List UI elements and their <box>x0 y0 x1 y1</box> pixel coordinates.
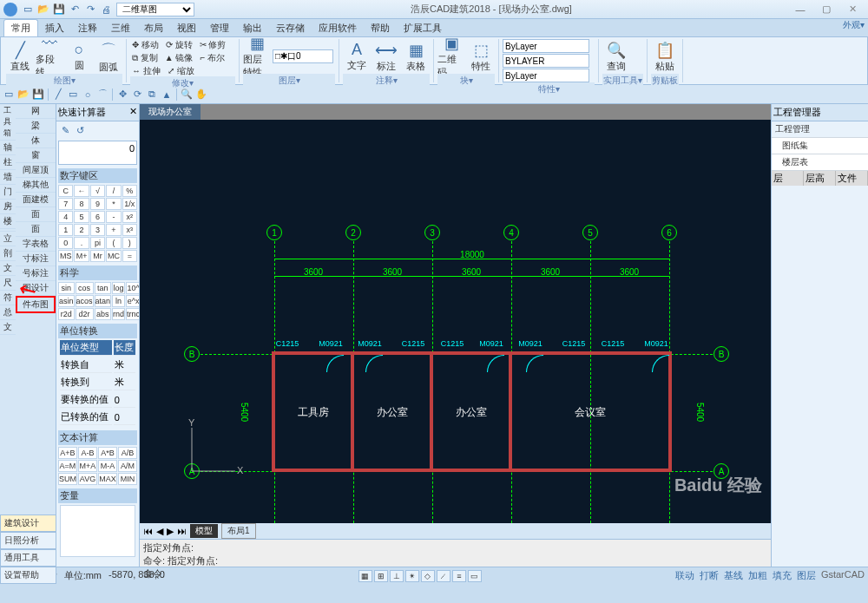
calc-key[interactable]: M+A <box>78 460 97 472</box>
toolbox-item[interactable]: 总 <box>0 305 16 320</box>
calc-key[interactable]: x² <box>122 211 137 223</box>
line-button[interactable]: ╱直线 <box>6 39 34 74</box>
calc-key[interactable]: rnd <box>112 308 125 320</box>
table-button[interactable]: ▦表格 <box>402 39 430 74</box>
toolbox-item[interactable]: 梁 <box>16 119 56 134</box>
calc-key[interactable]: √ <box>90 185 105 197</box>
calc-key[interactable]: A-B <box>78 447 97 459</box>
minimize-icon[interactable]: — <box>788 2 812 17</box>
nav-first-icon[interactable]: ⏮ <box>143 526 153 536</box>
lineweight-select[interactable] <box>503 54 589 68</box>
tab-view[interactable]: 视图 <box>170 20 203 36</box>
qat-new-icon[interactable]: ▭ <box>21 3 35 16</box>
calc-key[interactable]: 2 <box>74 224 89 236</box>
tb-copy-icon[interactable]: ⧉ <box>145 88 159 102</box>
tab-3d[interactable]: 三维 <box>104 20 137 36</box>
calc-key[interactable]: - <box>106 211 121 223</box>
toolbox-item[interactable]: 轴 <box>0 141 16 155</box>
tab-cloud[interactable]: 云存储 <box>269 20 312 36</box>
nav-last-icon[interactable]: ⏭ <box>177 526 187 536</box>
calc-key[interactable]: = <box>122 250 137 262</box>
calc-key[interactable]: MIN <box>118 473 137 485</box>
rotate-button[interactable]: ⟳ 旋转 <box>164 39 194 50</box>
calc-key[interactable]: 3 <box>90 224 105 236</box>
tb-circle-icon[interactable]: ○ <box>81 88 95 102</box>
calc-key[interactable]: A=M <box>58 460 77 472</box>
nav-next-icon[interactable]: ▶ <box>167 526 174 537</box>
calc-key[interactable]: 1 <box>58 224 73 236</box>
calc-key[interactable]: Mr <box>90 250 105 262</box>
status-fill[interactable]: 填充 <box>773 569 792 582</box>
calc-key[interactable]: A/B <box>118 447 137 459</box>
move-button[interactable]: ✥ 移动 <box>130 39 161 50</box>
appearance-link[interactable]: 外观▾ <box>843 19 865 31</box>
calc-key[interactable]: 1/x <box>122 198 137 210</box>
toolbox-item[interactable]: 房 <box>0 200 16 214</box>
calc-key[interactable]: atan <box>95 295 112 307</box>
tab-app[interactable]: 应用软件 <box>312 20 364 36</box>
qat-print-icon[interactable]: 🖨 <box>99 3 113 16</box>
doc-tab-active[interactable]: 现场办公室 <box>140 104 201 120</box>
calc-key[interactable]: d2r <box>76 308 94 320</box>
tb-save-icon[interactable]: 💾 <box>31 88 45 102</box>
tb-mirror-icon[interactable]: ▲ <box>160 88 174 102</box>
tab-annotate[interactable]: 注释 <box>71 20 104 36</box>
toolbox-item[interactable]: 尺 <box>0 276 16 291</box>
toolbox-item[interactable]: 网 <box>16 104 56 119</box>
tb-zoom-icon[interactable]: 🔍 <box>180 88 194 102</box>
calc-key[interactable]: asin <box>58 295 75 307</box>
calc-key[interactable]: A+B <box>58 447 77 459</box>
layer-select[interactable] <box>273 49 333 63</box>
toolbox-item[interactable]: 门 <box>0 185 16 200</box>
calc-tool2-icon[interactable]: ↺ <box>73 123 87 137</box>
calc-key[interactable]: SUM <box>58 473 77 485</box>
toolbox-item[interactable]: 面建模 <box>16 193 56 207</box>
tb-rotate-icon[interactable]: ⟳ <box>130 88 144 102</box>
calc-key[interactable]: M-A <box>98 460 117 472</box>
tb-pan-icon[interactable]: ✋ <box>194 88 208 102</box>
calc-key[interactable]: trnc <box>126 308 140 320</box>
copy-button[interactable]: ⧉ 复制 <box>130 52 160 63</box>
props-button[interactable]: ⬚特性 <box>467 39 495 74</box>
tab-home[interactable]: 常用 <box>3 19 38 36</box>
dim-button[interactable]: ⟷标注 <box>372 39 400 74</box>
toolbox-item[interactable]: 立 <box>0 232 16 246</box>
calc-key[interactable]: / <box>106 185 121 197</box>
tb-open-icon[interactable]: 📂 <box>16 88 30 102</box>
toolbox-item[interactable]: 文 <box>0 261 16 276</box>
tab-settings-help[interactable]: 设置帮助 <box>0 567 56 584</box>
calc-key[interactable]: 7 <box>58 198 73 210</box>
calc-key[interactable]: 0 <box>58 237 73 249</box>
close-icon[interactable]: ✕ <box>840 2 865 17</box>
toolbox-item[interactable]: 窗 <box>16 148 56 163</box>
polyline-button[interactable]: 〰多段线 <box>36 39 63 74</box>
toolbox-item[interactable]: 图设计 <box>16 281 56 296</box>
calc-key[interactable]: cos <box>76 282 94 294</box>
tab-common-tools[interactable]: 通用工具 <box>0 549 56 567</box>
tab-layout1[interactable]: 布局1 <box>221 523 256 539</box>
calc-key[interactable]: log <box>112 282 125 294</box>
trim-button[interactable]: ✂ 修剪 <box>198 39 228 50</box>
qr-button[interactable]: ▣二维码 <box>437 39 465 74</box>
calc-key[interactable]: ln <box>112 295 125 307</box>
command-area[interactable]: 指定对角点: 命令: 指定对角点: 命令: <box>140 539 771 567</box>
tab-ext[interactable]: 扩展工具 <box>397 20 449 36</box>
calc-key[interactable]: sin <box>58 282 75 294</box>
calc-key[interactable]: AVG <box>78 473 97 485</box>
calc-key[interactable]: 8 <box>74 198 89 210</box>
calc-key[interactable]: MC <box>106 250 121 262</box>
toolbox-item[interactable]: 号标注 <box>16 266 56 281</box>
toolbox-item[interactable]: 剖 <box>0 246 16 261</box>
tb-rect-icon[interactable]: ▭ <box>66 88 80 102</box>
layer-props-button[interactable]: ▦图层特性 <box>243 39 271 74</box>
calc-key[interactable]: A/M <box>118 460 137 472</box>
tab-arch-design[interactable]: 建筑设计 <box>0 515 56 532</box>
stretch-button[interactable]: ↔ 拉伸 <box>130 65 162 76</box>
nav-prev-icon[interactable]: ◀ <box>156 526 163 537</box>
toolbox-item[interactable]: 字表格 <box>16 237 56 252</box>
calc-key[interactable]: + <box>106 224 121 236</box>
qat-undo-icon[interactable]: ↶ <box>68 3 82 16</box>
calc-key[interactable]: abs <box>95 308 112 320</box>
calc-key[interactable]: ) <box>122 237 137 249</box>
calc-key[interactable]: ( <box>106 237 121 249</box>
